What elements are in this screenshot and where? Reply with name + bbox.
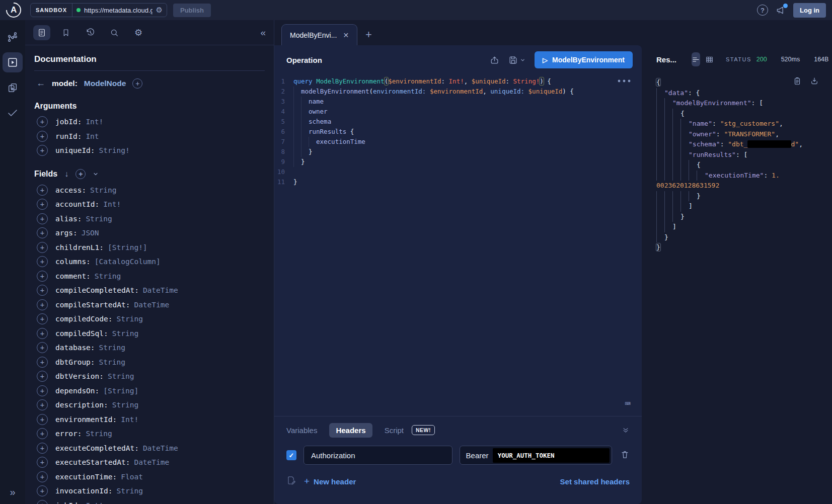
copy-response-icon[interactable] bbox=[793, 76, 802, 87]
history-icon[interactable] bbox=[82, 25, 99, 40]
field-row[interactable]: +dbtVersion:String bbox=[34, 369, 265, 384]
field-row[interactable]: +access:String bbox=[34, 183, 265, 198]
code-line[interactable]: 9} bbox=[274, 157, 642, 167]
code-line[interactable]: 6runResults { bbox=[274, 127, 642, 137]
help-icon[interactable]: ? bbox=[757, 5, 768, 16]
add-to-query-icon[interactable]: + bbox=[37, 213, 48, 224]
endpoint-url-input[interactable]: https://metadata.cloud.get bbox=[84, 7, 153, 14]
argument-row[interactable]: +runId:Int bbox=[34, 129, 265, 144]
add-to-query-icon[interactable]: + bbox=[37, 385, 48, 396]
add-to-query-icon[interactable]: + bbox=[37, 185, 48, 196]
table-view-icon[interactable] bbox=[705, 52, 714, 66]
add-to-query-icon[interactable]: + bbox=[37, 500, 48, 504]
add-to-query-icon[interactable]: + bbox=[37, 414, 48, 425]
field-row[interactable]: +executionTime:Float bbox=[34, 470, 265, 484]
add-to-query-icon[interactable]: + bbox=[37, 145, 48, 156]
code-line[interactable]: 5schema bbox=[274, 117, 642, 127]
keyboard-shortcuts-icon[interactable]: ⌨ bbox=[625, 398, 631, 409]
add-to-query-icon[interactable]: + bbox=[37, 256, 48, 267]
add-to-query-icon[interactable]: + bbox=[37, 116, 48, 127]
schema-graph-icon[interactable] bbox=[3, 27, 23, 47]
add-to-query-icon[interactable]: + bbox=[37, 443, 48, 454]
field-row[interactable]: +dependsOn:[String] bbox=[34, 384, 265, 398]
new-tab-button[interactable]: + bbox=[365, 28, 372, 45]
add-to-query-icon[interactable]: + bbox=[37, 299, 48, 310]
field-row[interactable]: +description:String bbox=[34, 398, 265, 412]
argument-row[interactable]: +uniqueId:String! bbox=[34, 143, 265, 158]
model-type-link[interactable]: ModelNode bbox=[84, 79, 126, 88]
field-row[interactable]: +columns:[CatalogColumn] bbox=[34, 255, 265, 269]
publish-button[interactable]: Publish bbox=[173, 4, 211, 17]
code-line[interactable]: 2modelByEnvironment(environmentId: $envi… bbox=[274, 87, 642, 97]
add-to-query-icon[interactable]: + bbox=[37, 285, 48, 296]
add-to-query-icon[interactable]: + bbox=[37, 227, 48, 238]
fields-chevron-down-icon[interactable] bbox=[93, 171, 99, 177]
field-row[interactable]: +accountId:Int! bbox=[34, 197, 265, 212]
add-to-query-icon[interactable]: + bbox=[37, 328, 48, 339]
field-row[interactable]: +compiledCode:String bbox=[34, 312, 265, 326]
field-row[interactable]: +compileCompletedAt:DateTime bbox=[34, 283, 265, 298]
field-row[interactable]: +compiledSql:String bbox=[34, 326, 265, 341]
add-to-query-icon[interactable]: + bbox=[37, 131, 48, 142]
expand-rail-icon[interactable]: » bbox=[10, 486, 15, 498]
back-arrow-icon[interactable]: ← bbox=[36, 78, 45, 89]
field-row[interactable]: +dbtGroup:String bbox=[34, 355, 265, 370]
environment-variables-icon[interactable] bbox=[286, 476, 296, 487]
field-row[interactable]: +args:JSON bbox=[34, 226, 265, 240]
field-row[interactable]: +compileStartedAt:DateTime bbox=[34, 298, 265, 312]
field-row[interactable]: +environmentId:Int! bbox=[34, 412, 265, 427]
add-to-query-icon[interactable]: + bbox=[37, 342, 48, 353]
field-row[interactable]: +database:String bbox=[34, 341, 265, 355]
collapse-panel-icon[interactable]: « bbox=[260, 27, 266, 38]
tab-script[interactable]: Script bbox=[385, 426, 404, 435]
set-shared-headers-link[interactable]: Set shared headers bbox=[560, 477, 630, 486]
tab-variables[interactable]: Variables bbox=[286, 426, 317, 435]
delete-header-icon[interactable] bbox=[620, 450, 630, 461]
code-line[interactable]: 3name bbox=[274, 97, 642, 107]
field-row[interactable]: +comment:String bbox=[34, 269, 265, 284]
save-dropdown-chevron-icon[interactable] bbox=[520, 57, 525, 63]
schema-settings-gear-icon[interactable]: ⚙ bbox=[130, 25, 147, 40]
field-row[interactable]: +executeStartedAt:DateTime bbox=[34, 455, 265, 470]
add-to-query-icon[interactable]: + bbox=[37, 428, 48, 439]
code-line[interactable]: 10 bbox=[274, 167, 642, 177]
collections-icon[interactable] bbox=[3, 77, 23, 98]
field-row[interactable]: +childrenL1:[String!] bbox=[34, 240, 265, 255]
header-key-input[interactable] bbox=[304, 446, 452, 465]
close-tab-icon[interactable]: ✕ bbox=[343, 31, 349, 39]
documentation-tab-icon[interactable] bbox=[33, 25, 50, 40]
save-operation-icon[interactable] bbox=[508, 55, 525, 65]
raw-view-icon[interactable] bbox=[692, 52, 700, 66]
announcements-megaphone-icon[interactable] bbox=[774, 4, 787, 16]
explorer-tab-icon[interactable] bbox=[3, 52, 23, 72]
add-to-query-icon[interactable]: + bbox=[37, 199, 48, 210]
download-response-icon[interactable] bbox=[810, 76, 819, 87]
add-to-query-icon[interactable]: + bbox=[37, 485, 48, 496]
operation-tab[interactable]: ModelByEnvi... ✕ bbox=[281, 24, 357, 45]
code-line[interactable]: 4owner bbox=[274, 107, 642, 117]
code-line[interactable]: 7executionTime bbox=[274, 137, 642, 147]
add-to-query-icon[interactable]: + bbox=[37, 357, 48, 368]
add-to-query-icon[interactable]: + bbox=[37, 471, 48, 482]
checklist-icon[interactable] bbox=[3, 103, 23, 123]
bookmarks-icon[interactable] bbox=[57, 25, 74, 40]
endpoint-settings-gear-icon[interactable]: ⚙ bbox=[156, 6, 163, 15]
add-to-query-icon[interactable]: + bbox=[37, 242, 48, 253]
argument-row[interactable]: +jobId:Int! bbox=[34, 115, 265, 129]
add-to-query-icon[interactable]: + bbox=[37, 313, 48, 324]
editor-more-menu-icon[interactable] bbox=[618, 79, 631, 82]
add-to-query-icon[interactable]: + bbox=[37, 399, 48, 410]
query-editor[interactable]: 1query ModelByEnvironment($environmentId… bbox=[274, 72, 642, 416]
code-line[interactable]: 1query ModelByEnvironment($environmentId… bbox=[274, 76, 642, 87]
header-value-input[interactable]: Bearer YOUR_AUTH_TOKEN bbox=[460, 446, 612, 465]
field-row[interactable]: +invocationId:String bbox=[34, 484, 265, 498]
run-operation-button[interactable]: ▷ ModelByEnvironment bbox=[535, 51, 633, 68]
code-line[interactable]: 11} bbox=[274, 177, 642, 187]
add-to-query-icon[interactable]: + bbox=[37, 271, 48, 282]
collapse-bottom-panel-icon[interactable] bbox=[622, 426, 630, 434]
code-line[interactable]: 8} bbox=[274, 147, 642, 157]
tab-headers[interactable]: Headers bbox=[329, 423, 372, 438]
add-all-fields-icon[interactable]: + bbox=[132, 78, 142, 89]
login-button[interactable]: Log in bbox=[793, 3, 826, 18]
share-operation-icon[interactable] bbox=[490, 55, 499, 65]
